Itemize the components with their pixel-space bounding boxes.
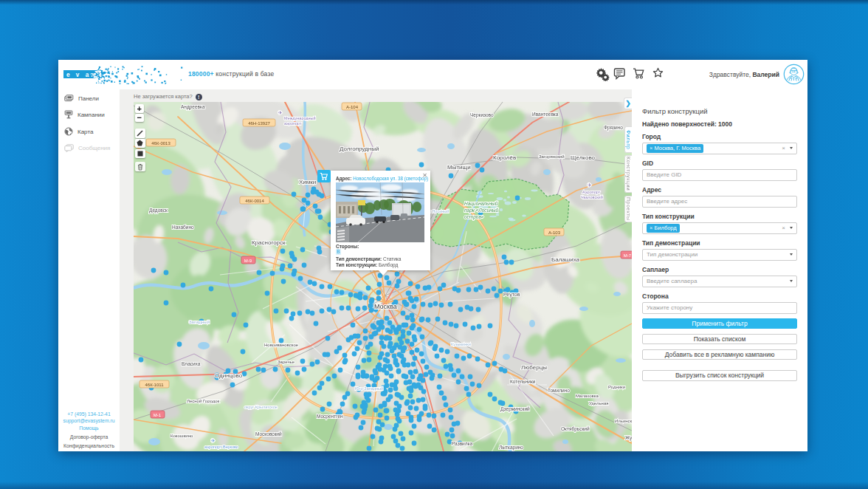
svg-text:Мосрентген: Мосрентген (317, 414, 343, 420)
svg-text:Лыткарино: Лыткарино (499, 445, 523, 451)
svg-text:Долгопрудный: Долгопрудный (340, 146, 379, 152)
svg-text:Красногорск: Красногорск (252, 239, 286, 246)
svg-text:Заречье: Заречье (278, 360, 295, 364)
svg-text:✈: ✈ (588, 182, 592, 188)
svg-text:Московский: Московский (255, 431, 282, 437)
svg-text:Юго-Западный: Юго-Западный (355, 386, 383, 391)
svg-text:парк «Лосиный: парк «Лосиный (464, 208, 499, 213)
svg-text:Люберцы: Люберцы (521, 364, 547, 371)
svg-text:остров»: остров» (464, 214, 484, 220)
svg-text:46К-0013: 46К-0013 (151, 141, 170, 146)
svg-text:А-103: А-103 (548, 230, 561, 235)
svg-text:аэропорт: аэропорт (284, 121, 302, 126)
svg-text:Ивантеевка: Ивантеевка (532, 112, 559, 117)
svg-text:Ильинский: Ильинский (615, 419, 632, 423)
svg-text:Октябрьский: Октябрьский (561, 426, 590, 432)
svg-text:Национальный: Национальный (464, 201, 498, 207)
svg-text:46Н-13927: 46Н-13927 (248, 121, 270, 126)
svg-text:46К-0014: 46К-0014 (245, 199, 264, 203)
svg-text:Дзержинский: Дзержинский (500, 406, 530, 412)
svg-text:e v a: e v a (66, 72, 91, 78)
svg-text:Химки: Химки (299, 179, 316, 185)
svg-text:✈: ✈ (278, 110, 283, 115)
svg-text:Удельная: Удельная (589, 401, 609, 406)
svg-text:Щелково: Щелково (571, 154, 596, 161)
svg-text:А-104: А-104 (346, 105, 359, 109)
svg-text:Загорянский: Загорянский (539, 154, 565, 159)
svg-text:Черкизово: Черкизово (470, 112, 494, 118)
svg-text:М-1: М-1 (154, 413, 162, 417)
svg-text:Нахабино: Нахабино (172, 225, 194, 230)
svg-text:Кокошкино: Кокошкино (170, 434, 193, 438)
svg-text:М-9: М-9 (244, 259, 252, 263)
svg-text:Одинцово: Одинцово (215, 372, 243, 379)
svg-text:Москва: Москва (374, 303, 397, 310)
svg-text:Котельники: Котельники (510, 379, 536, 384)
svg-text:Томилино: Томилино (548, 388, 570, 393)
svg-text:Власиха: Власиха (182, 361, 201, 366)
svg-text:✈: ✈ (211, 438, 216, 443)
svg-text:Реутов: Реутов (503, 292, 520, 298)
svg-text:М-7: М-7 (624, 253, 632, 258)
svg-text:Родники: Родники (608, 385, 625, 389)
svg-text:Королёв: Королёв (493, 154, 516, 161)
svg-text:Дедовск: Дедовск (149, 208, 168, 213)
svg-text:Фрязино: Фрязино (604, 125, 623, 131)
svg-text:Кузьминки: Кузьминки (451, 342, 471, 346)
svg-text:Аэропорт: Аэропорт (582, 190, 601, 194)
svg-text:Мытищи: Мытищи (447, 164, 471, 171)
svg-text:Лесной Городок: Лесной Городок (187, 399, 220, 403)
svg-text:Малаховка: Малаховка (576, 394, 599, 398)
svg-text:Новоивановское: Новоивановское (264, 343, 299, 347)
svg-text:аэропорт Внуково: аэропорт Внуково (204, 445, 238, 449)
svg-text:Андреевка: Андреевка (181, 104, 205, 110)
svg-text:Жуков: Жуков (625, 435, 632, 441)
svg-text:Балашиха: Балашиха (551, 256, 580, 263)
svg-text:46К-1011: 46К-1011 (145, 383, 164, 387)
svg-text:Международный: Международный (284, 116, 316, 120)
svg-text:округ Крылатское: округ Крылатское (244, 405, 278, 409)
svg-text:Западный: Западный (189, 320, 210, 324)
svg-text:Развилка: Развилка (452, 441, 473, 446)
svg-text:Чкаловский: Чкаловский (581, 195, 603, 199)
